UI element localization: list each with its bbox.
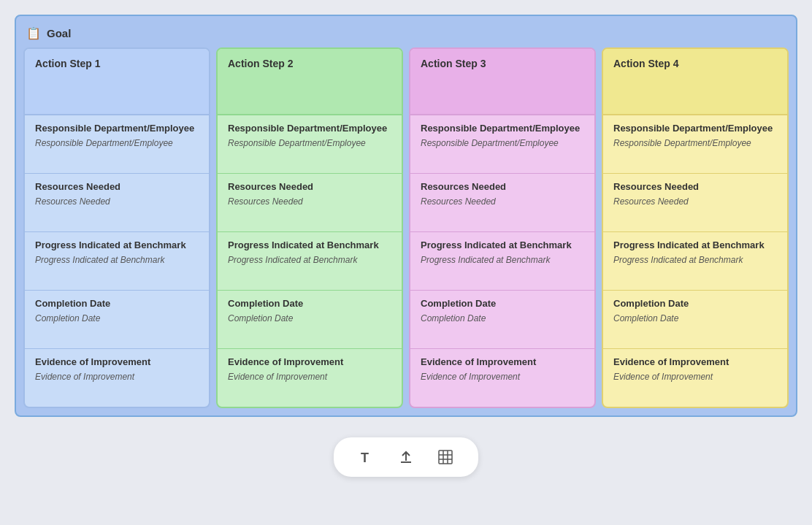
svg-rect-3 [439, 451, 452, 464]
column-col1: Action Step 1Responsible Department/Empl… [23, 47, 210, 408]
section-col4-2: Progress Indicated at BenchmarkProgress … [603, 231, 787, 290]
section-col4-0: Responsible Department/EmployeeResponsib… [603, 115, 787, 173]
section-value-col2-1: Resources Needed [228, 196, 391, 207]
section-title-col1-1: Resources Needed [35, 181, 199, 192]
action-step-header-col4: Action Step 4 [603, 49, 787, 115]
section-title-col1-2: Progress Indicated at Benchmark [35, 239, 199, 250]
section-col1-3: Completion DateCompletion Date [25, 290, 209, 348]
section-title-col4-1: Resources Needed [613, 181, 777, 192]
section-title-col3-2: Progress Indicated at Benchmark [421, 239, 584, 250]
section-col2-4: Evidence of ImprovementEvidence of Impro… [218, 348, 402, 407]
section-title-col2-2: Progress Indicated at Benchmark [228, 239, 391, 250]
section-value-col4-3: Completion Date [613, 313, 777, 323]
section-col1-2: Progress Indicated at BenchmarkProgress … [25, 231, 209, 290]
section-value-col2-0: Responsible Department/Employee [228, 138, 391, 148]
section-title-col3-1: Resources Needed [421, 181, 584, 192]
section-col4-4: Evidence of ImprovementEvidence of Impro… [603, 348, 787, 407]
section-value-col4-2: Progress Indicated at Benchmark [613, 255, 777, 265]
section-title-col2-1: Resources Needed [228, 181, 391, 192]
section-col2-1: Resources NeededResources Needed [218, 173, 402, 231]
section-title-col4-4: Evidence of Improvement [613, 356, 777, 367]
section-value-col1-2: Progress Indicated at Benchmark [35, 255, 199, 265]
section-value-col2-3: Completion Date [228, 313, 391, 323]
section-title-col3-4: Evidence of Improvement [421, 356, 584, 367]
section-col1-4: Evidence of ImprovementEvidence of Impro… [25, 348, 209, 407]
section-value-col3-2: Progress Indicated at Benchmark [421, 255, 584, 265]
column-col2: Action Step 2Responsible Department/Empl… [216, 47, 403, 408]
section-title-col1-0: Responsible Department/Employee [35, 123, 199, 134]
section-title-col2-3: Completion Date [228, 298, 391, 309]
section-title-col4-2: Progress Indicated at Benchmark [613, 239, 777, 250]
table-button[interactable] [433, 445, 458, 470]
section-col4-1: Resources NeededResources Needed [603, 173, 787, 231]
section-value-col4-4: Evidence of Improvement [613, 372, 777, 382]
section-title-col3-3: Completion Date [421, 298, 584, 309]
section-value-col3-0: Responsible Department/Employee [421, 138, 584, 148]
section-col1-0: Responsible Department/EmployeeResponsib… [25, 115, 209, 173]
section-title-col1-3: Completion Date [35, 298, 199, 309]
text-icon: T [359, 449, 375, 465]
goal-label: Goal [47, 27, 71, 39]
section-value-col3-1: Resources Needed [421, 196, 584, 207]
section-value-col4-1: Resources Needed [613, 196, 777, 207]
section-value-col3-3: Completion Date [421, 313, 584, 323]
section-title-col4-0: Responsible Department/Employee [613, 123, 777, 134]
section-col3-0: Responsible Department/EmployeeResponsib… [410, 115, 594, 173]
action-step-header-col2: Action Step 2 [218, 49, 402, 115]
upload-icon [398, 449, 414, 465]
section-col2-0: Responsible Department/EmployeeResponsib… [218, 115, 402, 173]
svg-text:T: T [361, 451, 369, 465]
goal-icon: 📋 [26, 26, 41, 40]
section-title-col2-0: Responsible Department/Employee [228, 123, 391, 134]
section-col3-3: Completion DateCompletion Date [410, 290, 594, 348]
section-value-col4-0: Responsible Department/Employee [613, 138, 777, 148]
section-value-col2-4: Evidence of Improvement [228, 372, 391, 382]
upload-button[interactable] [394, 445, 418, 470]
table-icon [437, 449, 453, 465]
section-col2-3: Completion DateCompletion Date [218, 290, 402, 348]
section-value-col3-4: Evidence of Improvement [421, 372, 584, 382]
bottom-toolbar: T [334, 437, 478, 477]
text-button[interactable]: T [354, 445, 379, 470]
section-value-col2-2: Progress Indicated at Benchmark [228, 255, 391, 265]
columns-grid: Action Step 1Responsible Department/Empl… [23, 47, 789, 408]
section-col4-3: Completion DateCompletion Date [603, 290, 787, 348]
section-col2-2: Progress Indicated at BenchmarkProgress … [218, 231, 402, 290]
section-col3-2: Progress Indicated at BenchmarkProgress … [410, 231, 594, 290]
section-col3-4: Evidence of ImprovementEvidence of Impro… [410, 348, 594, 407]
column-col4: Action Step 4Responsible Department/Empl… [602, 47, 789, 408]
section-value-col1-4: Evidence of Improvement [35, 372, 199, 382]
section-value-col1-3: Completion Date [35, 313, 199, 323]
action-step-header-col1: Action Step 1 [25, 49, 209, 115]
goal-container: 📋 Goal Action Step 1Responsible Departme… [15, 15, 797, 417]
section-title-col2-4: Evidence of Improvement [228, 356, 391, 367]
column-col3: Action Step 3Responsible Department/Empl… [409, 47, 596, 408]
section-col1-1: Resources NeededResources Needed [25, 173, 209, 231]
section-value-col1-0: Responsible Department/Employee [35, 138, 199, 148]
action-step-header-col3: Action Step 3 [410, 49, 594, 115]
section-title-col4-3: Completion Date [613, 298, 777, 309]
section-value-col1-1: Resources Needed [35, 196, 199, 207]
section-title-col1-4: Evidence of Improvement [35, 356, 199, 367]
goal-header: 📋 Goal [23, 23, 789, 47]
section-title-col3-0: Responsible Department/Employee [421, 123, 584, 134]
section-col3-1: Resources NeededResources Needed [410, 173, 594, 231]
